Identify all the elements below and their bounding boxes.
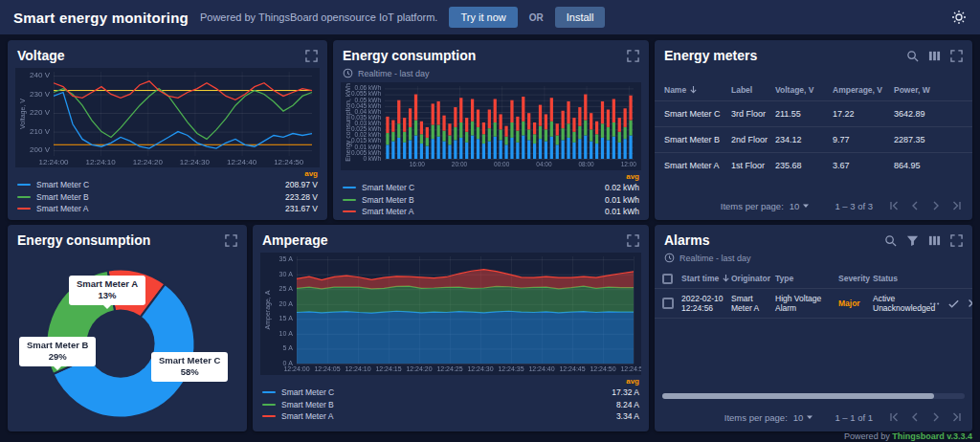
- cell-start-time: 2022-02-10 12:24:56: [681, 294, 731, 313]
- legend-item[interactable]: Smart Meter A 231.67 V: [17, 203, 318, 215]
- cell-amperage: 9.77: [833, 135, 894, 144]
- fullscreen-icon[interactable]: [950, 50, 963, 62]
- sort-desc-icon: [722, 274, 730, 284]
- table-row[interactable]: Smart Meter B 2nd Floor 234.12 9.77 2287…: [655, 126, 972, 152]
- page-range-label: 1 – 3 of 3: [835, 201, 873, 211]
- column-header-name[interactable]: Name: [664, 85, 731, 96]
- horizontal-scrollbar[interactable]: [662, 393, 965, 399]
- series-name: Smart Meter B: [362, 195, 414, 205]
- table-row[interactable]: Smart Meter C 3rd Floor 211.55 17.22 364…: [655, 100, 972, 126]
- cell-label: 2nd Floor: [731, 135, 775, 144]
- legend-item[interactable]: Smart Meter A 3.34 A: [262, 410, 639, 423]
- series-swatch: [343, 187, 356, 188]
- column-header-status[interactable]: Status: [873, 274, 928, 283]
- clock-icon: [664, 253, 675, 263]
- legend-item[interactable]: Smart Meter B 8.24 A: [262, 399, 639, 411]
- table-header-row: Name Label Voltage, V Amperage, V Power,…: [655, 79, 972, 100]
- thingsboard-version-link[interactable]: Thingsboard v.3.3.4: [892, 431, 972, 441]
- first-page-icon[interactable]: [888, 411, 900, 423]
- legend-item[interactable]: Smart Meter C 208.97 V: [17, 179, 318, 191]
- series-name: Smart Meter C: [362, 183, 414, 192]
- acknowledge-icon[interactable]: [947, 298, 960, 310]
- cell-voltage: 234.12: [775, 135, 833, 144]
- column-header-amperage[interactable]: Amperage, V: [833, 85, 894, 95]
- cell-originator: Smart Meter A: [731, 294, 775, 313]
- column-header-power[interactable]: Power, W: [894, 85, 963, 95]
- voltage-legend: avg Smart Meter C 208.97 V Smart Meter B…: [8, 169, 327, 215]
- caret-down-icon: [802, 201, 810, 211]
- timewindow-label[interactable]: Realtime - last day: [358, 69, 430, 78]
- try-it-now-button[interactable]: Try it now: [449, 7, 517, 28]
- series-value: 208.97 V: [285, 180, 318, 189]
- column-header-start-time[interactable]: Start time: [681, 274, 731, 284]
- amperage-legend: avg Smart Meter C 17.32 A Smart Meter B …: [253, 377, 649, 423]
- column-header-originator[interactable]: Originator: [731, 274, 775, 283]
- voltage-chart: [15, 68, 320, 167]
- legend-item[interactable]: Smart Meter A 0.01 kWh: [343, 206, 639, 218]
- energy-bar-title: Energy consumption: [343, 48, 476, 63]
- timewindow-label[interactable]: Realtime - last day: [679, 254, 751, 263]
- legend-item[interactable]: Smart Meter C 17.32 A: [262, 387, 639, 399]
- series-swatch: [262, 415, 276, 417]
- fullscreen-icon[interactable]: [627, 50, 639, 62]
- first-page-icon[interactable]: [888, 200, 900, 211]
- items-per-page-select[interactable]: 10: [790, 201, 811, 211]
- last-page-icon[interactable]: [951, 200, 963, 211]
- search-icon[interactable]: [884, 234, 897, 247]
- pie-label-smart-meter-a: Smart Meter A 13%: [69, 276, 145, 305]
- last-page-icon[interactable]: [951, 411, 963, 423]
- series-swatch: [343, 199, 356, 201]
- columns-icon[interactable]: [928, 234, 941, 247]
- slice-percent: 58%: [159, 366, 220, 378]
- fullscreen-icon[interactable]: [305, 50, 318, 62]
- clear-icon[interactable]: [967, 298, 972, 309]
- series-swatch: [17, 196, 31, 198]
- series-value: 231.67 V: [285, 204, 318, 213]
- series-value: 223.28 V: [285, 192, 318, 202]
- fullscreen-icon[interactable]: [225, 234, 237, 247]
- next-page-icon[interactable]: [930, 411, 942, 423]
- search-icon[interactable]: [906, 50, 919, 62]
- items-per-page-label: Items per page:: [724, 412, 788, 423]
- cell-voltage: 235.68: [775, 161, 833, 170]
- previous-page-icon[interactable]: [909, 200, 921, 211]
- series-name: Smart Meter A: [362, 207, 413, 216]
- scrollbar-thumb[interactable]: [662, 393, 934, 399]
- column-header-type[interactable]: Type: [775, 274, 838, 283]
- legend-item[interactable]: Smart Meter B 223.28 V: [17, 191, 318, 204]
- items-per-page-label: Items per page:: [721, 201, 784, 211]
- series-value: 0.01 kWh: [605, 207, 639, 216]
- series-swatch: [262, 404, 276, 406]
- slice-percent: 13%: [77, 290, 138, 301]
- cell-label: 3rd Floor: [731, 109, 775, 119]
- row-checkbox[interactable]: [662, 298, 674, 309]
- table-pagination: Items per page: 10 1 – 1 of 1: [655, 403, 972, 431]
- table-row[interactable]: Smart Meter A 1st Floor 235.68 3.67 864.…: [655, 152, 972, 178]
- cell-amperage: 3.67: [833, 161, 894, 170]
- theme-toggle-icon[interactable]: [951, 10, 967, 25]
- legend-item[interactable]: Smart Meter C 0.02 kWh: [343, 182, 639, 194]
- powered-by-label: Powered by Thingsboard v.3.3.4: [844, 431, 972, 441]
- filter-icon[interactable]: [906, 234, 919, 247]
- legend-item[interactable]: Smart Meter B 0.01 kWh: [343, 194, 639, 207]
- column-header-label[interactable]: Label: [731, 85, 775, 95]
- column-header-voltage[interactable]: Voltage, V: [775, 85, 833, 95]
- column-header-severity[interactable]: Severity: [838, 274, 873, 283]
- cell-power: 864.95: [894, 161, 963, 170]
- avg-label: avg: [262, 377, 639, 387]
- select-all-checkbox[interactable]: [662, 274, 673, 284]
- cell-severity: Major: [838, 298, 873, 308]
- fullscreen-icon[interactable]: [950, 234, 963, 247]
- next-page-icon[interactable]: [930, 200, 942, 211]
- items-per-page-select[interactable]: 10: [793, 412, 814, 423]
- fullscreen-icon[interactable]: [627, 234, 639, 247]
- alarm-row[interactable]: 2022-02-10 12:24:56 Smart Meter A High V…: [655, 288, 972, 319]
- energy-consumption-bar-widget: Energy consumption Realtime - last day a…: [333, 40, 649, 220]
- series-name: Smart Meter A: [281, 411, 333, 421]
- previous-page-icon[interactable]: [909, 411, 921, 423]
- energy-consumption-pie-widget: Energy consumption Smart Meter A 13% Sma…: [8, 225, 247, 431]
- cell-name: Smart Meter A: [664, 161, 731, 170]
- columns-icon[interactable]: [928, 50, 941, 62]
- more-actions-icon[interactable]: [928, 298, 941, 310]
- install-button[interactable]: Install: [555, 7, 606, 28]
